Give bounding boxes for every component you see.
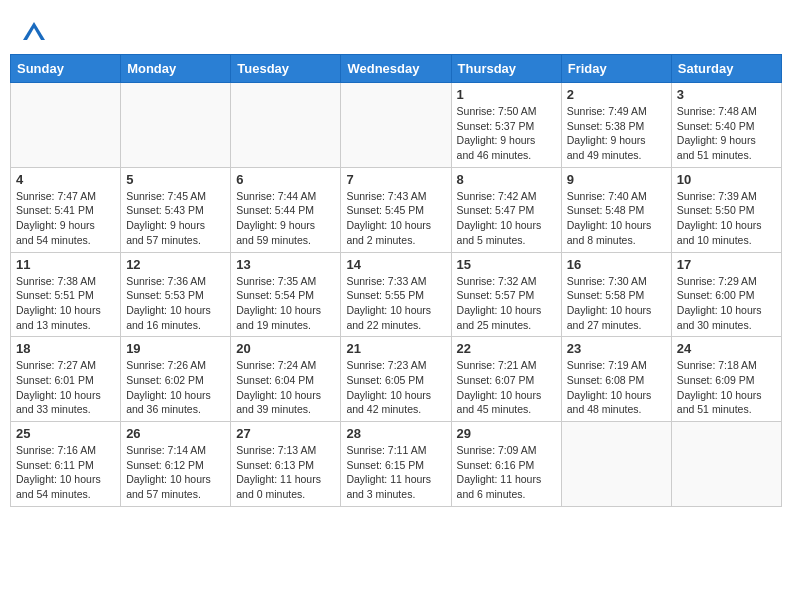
day-number: 4	[16, 172, 115, 187]
day-number: 15	[457, 257, 556, 272]
calendar-cell: 8Sunrise: 7:42 AM Sunset: 5:47 PM Daylig…	[451, 167, 561, 252]
day-number: 26	[126, 426, 225, 441]
day-number: 8	[457, 172, 556, 187]
day-info: Sunrise: 7:26 AM Sunset: 6:02 PM Dayligh…	[126, 358, 225, 417]
day-info: Sunrise: 7:36 AM Sunset: 5:53 PM Dayligh…	[126, 274, 225, 333]
day-info: Sunrise: 7:18 AM Sunset: 6:09 PM Dayligh…	[677, 358, 776, 417]
weekday-header-sunday: Sunday	[11, 55, 121, 83]
day-info: Sunrise: 7:40 AM Sunset: 5:48 PM Dayligh…	[567, 189, 666, 248]
calendar-week-row: 11Sunrise: 7:38 AM Sunset: 5:51 PM Dayli…	[11, 252, 782, 337]
weekday-header-friday: Friday	[561, 55, 671, 83]
day-number: 13	[236, 257, 335, 272]
calendar-cell: 6Sunrise: 7:44 AM Sunset: 5:44 PM Daylig…	[231, 167, 341, 252]
calendar-cell: 22Sunrise: 7:21 AM Sunset: 6:07 PM Dayli…	[451, 337, 561, 422]
page-header	[10, 10, 782, 49]
calendar-week-row: 1Sunrise: 7:50 AM Sunset: 5:37 PM Daylig…	[11, 83, 782, 168]
day-number: 10	[677, 172, 776, 187]
calendar-cell: 21Sunrise: 7:23 AM Sunset: 6:05 PM Dayli…	[341, 337, 451, 422]
calendar-cell: 26Sunrise: 7:14 AM Sunset: 6:12 PM Dayli…	[121, 422, 231, 507]
day-info: Sunrise: 7:48 AM Sunset: 5:40 PM Dayligh…	[677, 104, 776, 163]
day-info: Sunrise: 7:29 AM Sunset: 6:00 PM Dayligh…	[677, 274, 776, 333]
day-number: 2	[567, 87, 666, 102]
day-info: Sunrise: 7:19 AM Sunset: 6:08 PM Dayligh…	[567, 358, 666, 417]
day-number: 3	[677, 87, 776, 102]
day-info: Sunrise: 7:39 AM Sunset: 5:50 PM Dayligh…	[677, 189, 776, 248]
calendar-cell: 16Sunrise: 7:30 AM Sunset: 5:58 PM Dayli…	[561, 252, 671, 337]
calendar-cell: 18Sunrise: 7:27 AM Sunset: 6:01 PM Dayli…	[11, 337, 121, 422]
weekday-header-wednesday: Wednesday	[341, 55, 451, 83]
weekday-header-monday: Monday	[121, 55, 231, 83]
weekday-header-saturday: Saturday	[671, 55, 781, 83]
calendar-cell	[11, 83, 121, 168]
day-number: 19	[126, 341, 225, 356]
day-number: 24	[677, 341, 776, 356]
day-number: 22	[457, 341, 556, 356]
logo-icon	[23, 22, 45, 44]
day-number: 20	[236, 341, 335, 356]
day-info: Sunrise: 7:14 AM Sunset: 6:12 PM Dayligh…	[126, 443, 225, 502]
calendar-cell: 20Sunrise: 7:24 AM Sunset: 6:04 PM Dayli…	[231, 337, 341, 422]
calendar-cell: 28Sunrise: 7:11 AM Sunset: 6:15 PM Dayli…	[341, 422, 451, 507]
day-info: Sunrise: 7:21 AM Sunset: 6:07 PM Dayligh…	[457, 358, 556, 417]
day-number: 6	[236, 172, 335, 187]
calendar-cell	[561, 422, 671, 507]
day-info: Sunrise: 7:38 AM Sunset: 5:51 PM Dayligh…	[16, 274, 115, 333]
calendar-cell: 2Sunrise: 7:49 AM Sunset: 5:38 PM Daylig…	[561, 83, 671, 168]
day-info: Sunrise: 7:49 AM Sunset: 5:38 PM Dayligh…	[567, 104, 666, 163]
calendar-cell: 13Sunrise: 7:35 AM Sunset: 5:54 PM Dayli…	[231, 252, 341, 337]
weekday-header-row: SundayMondayTuesdayWednesdayThursdayFrid…	[11, 55, 782, 83]
day-number: 29	[457, 426, 556, 441]
day-number: 7	[346, 172, 445, 187]
calendar-cell: 25Sunrise: 7:16 AM Sunset: 6:11 PM Dayli…	[11, 422, 121, 507]
calendar-cell: 3Sunrise: 7:48 AM Sunset: 5:40 PM Daylig…	[671, 83, 781, 168]
calendar-cell: 23Sunrise: 7:19 AM Sunset: 6:08 PM Dayli…	[561, 337, 671, 422]
day-info: Sunrise: 7:35 AM Sunset: 5:54 PM Dayligh…	[236, 274, 335, 333]
day-info: Sunrise: 7:09 AM Sunset: 6:16 PM Dayligh…	[457, 443, 556, 502]
day-info: Sunrise: 7:16 AM Sunset: 6:11 PM Dayligh…	[16, 443, 115, 502]
day-info: Sunrise: 7:27 AM Sunset: 6:01 PM Dayligh…	[16, 358, 115, 417]
calendar-cell: 7Sunrise: 7:43 AM Sunset: 5:45 PM Daylig…	[341, 167, 451, 252]
day-info: Sunrise: 7:47 AM Sunset: 5:41 PM Dayligh…	[16, 189, 115, 248]
calendar-cell: 19Sunrise: 7:26 AM Sunset: 6:02 PM Dayli…	[121, 337, 231, 422]
day-info: Sunrise: 7:13 AM Sunset: 6:13 PM Dayligh…	[236, 443, 335, 502]
day-number: 28	[346, 426, 445, 441]
day-info: Sunrise: 7:23 AM Sunset: 6:05 PM Dayligh…	[346, 358, 445, 417]
calendar-week-row: 4Sunrise: 7:47 AM Sunset: 5:41 PM Daylig…	[11, 167, 782, 252]
calendar-cell: 10Sunrise: 7:39 AM Sunset: 5:50 PM Dayli…	[671, 167, 781, 252]
logo	[20, 20, 45, 44]
day-number: 23	[567, 341, 666, 356]
day-info: Sunrise: 7:24 AM Sunset: 6:04 PM Dayligh…	[236, 358, 335, 417]
calendar-cell	[121, 83, 231, 168]
calendar-cell: 4Sunrise: 7:47 AM Sunset: 5:41 PM Daylig…	[11, 167, 121, 252]
calendar-cell: 5Sunrise: 7:45 AM Sunset: 5:43 PM Daylig…	[121, 167, 231, 252]
day-info: Sunrise: 7:11 AM Sunset: 6:15 PM Dayligh…	[346, 443, 445, 502]
day-number: 14	[346, 257, 445, 272]
calendar-cell: 11Sunrise: 7:38 AM Sunset: 5:51 PM Dayli…	[11, 252, 121, 337]
day-number: 9	[567, 172, 666, 187]
day-number: 16	[567, 257, 666, 272]
day-number: 12	[126, 257, 225, 272]
calendar-cell: 24Sunrise: 7:18 AM Sunset: 6:09 PM Dayli…	[671, 337, 781, 422]
calendar-cell	[231, 83, 341, 168]
calendar-cell: 17Sunrise: 7:29 AM Sunset: 6:00 PM Dayli…	[671, 252, 781, 337]
day-info: Sunrise: 7:32 AM Sunset: 5:57 PM Dayligh…	[457, 274, 556, 333]
day-number: 18	[16, 341, 115, 356]
day-info: Sunrise: 7:44 AM Sunset: 5:44 PM Dayligh…	[236, 189, 335, 248]
calendar-cell: 1Sunrise: 7:50 AM Sunset: 5:37 PM Daylig…	[451, 83, 561, 168]
weekday-header-tuesday: Tuesday	[231, 55, 341, 83]
day-number: 1	[457, 87, 556, 102]
day-number: 21	[346, 341, 445, 356]
day-number: 17	[677, 257, 776, 272]
calendar-cell: 15Sunrise: 7:32 AM Sunset: 5:57 PM Dayli…	[451, 252, 561, 337]
day-info: Sunrise: 7:42 AM Sunset: 5:47 PM Dayligh…	[457, 189, 556, 248]
calendar-week-row: 25Sunrise: 7:16 AM Sunset: 6:11 PM Dayli…	[11, 422, 782, 507]
day-info: Sunrise: 7:50 AM Sunset: 5:37 PM Dayligh…	[457, 104, 556, 163]
day-number: 11	[16, 257, 115, 272]
calendar-cell: 9Sunrise: 7:40 AM Sunset: 5:48 PM Daylig…	[561, 167, 671, 252]
calendar-cell: 12Sunrise: 7:36 AM Sunset: 5:53 PM Dayli…	[121, 252, 231, 337]
day-info: Sunrise: 7:30 AM Sunset: 5:58 PM Dayligh…	[567, 274, 666, 333]
day-number: 27	[236, 426, 335, 441]
calendar-cell: 27Sunrise: 7:13 AM Sunset: 6:13 PM Dayli…	[231, 422, 341, 507]
calendar-cell: 29Sunrise: 7:09 AM Sunset: 6:16 PM Dayli…	[451, 422, 561, 507]
weekday-header-thursday: Thursday	[451, 55, 561, 83]
